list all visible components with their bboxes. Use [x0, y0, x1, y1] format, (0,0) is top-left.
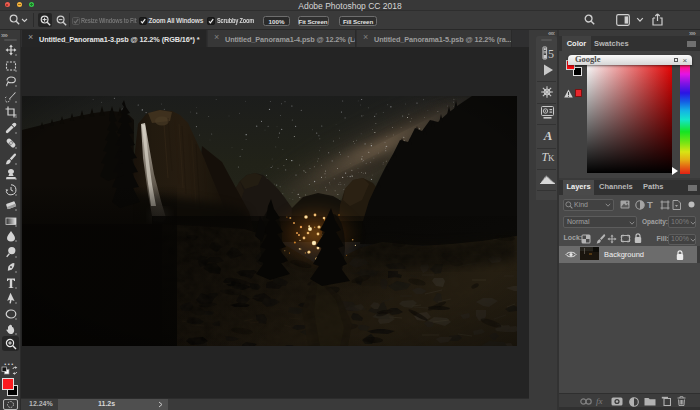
svg-text:5: 5	[548, 47, 554, 60]
